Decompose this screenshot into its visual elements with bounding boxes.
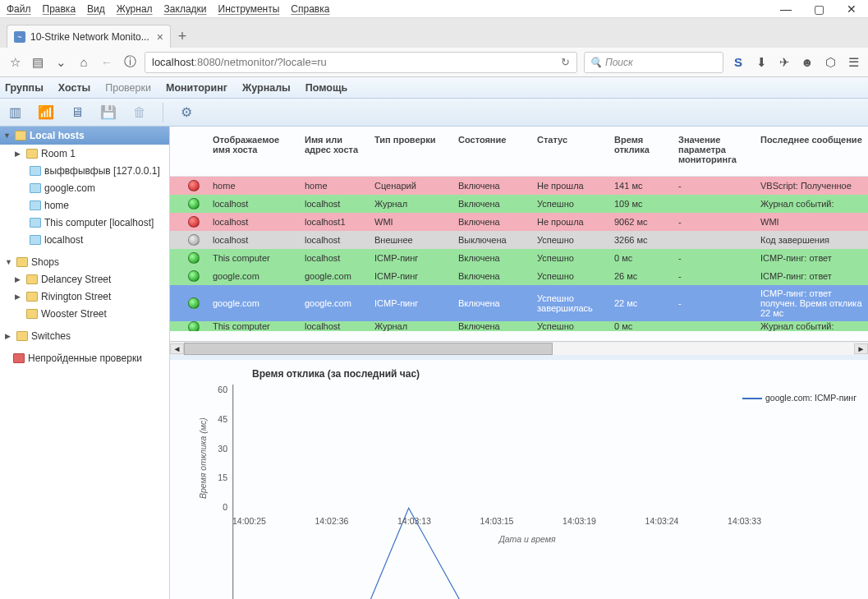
menu-history[interactable]: Журнал bbox=[117, 3, 153, 15]
toolbar-hosts-icon[interactable]: ▥ bbox=[5, 103, 25, 122]
menu-view[interactable]: Вид bbox=[87, 3, 105, 15]
toolbar-monitor-icon[interactable]: 🖥 bbox=[67, 103, 87, 122]
stylish-icon[interactable]: S bbox=[730, 55, 746, 69]
maximize-button[interactable]: ▢ bbox=[802, 0, 835, 18]
sidebar-host-item[interactable]: home bbox=[0, 196, 169, 214]
downloads-icon[interactable]: ⬇ bbox=[753, 55, 769, 70]
menu-bookmarks[interactable]: Закладки bbox=[164, 3, 207, 15]
app-menu-checks[interactable]: Проверки bbox=[105, 82, 151, 94]
menu-file[interactable]: Файл bbox=[7, 3, 31, 15]
cell-host: google.com bbox=[301, 271, 371, 281]
sidebar-host-item[interactable]: google.com bbox=[0, 179, 169, 196]
cell-host: localhost bbox=[301, 235, 371, 245]
grid-header[interactable]: Последнее сообщение bbox=[757, 135, 868, 164]
scroll-left-icon[interactable]: ◄ bbox=[170, 343, 184, 354]
cell-rt: 26 мс bbox=[611, 271, 675, 281]
sidebar-item-switches[interactable]: ▶ Switches bbox=[0, 327, 169, 344]
browser-tab[interactable]: ~ 10-Strike Network Monito... × bbox=[7, 25, 171, 48]
cell-val: - bbox=[675, 253, 757, 263]
app-menu-monitoring[interactable]: Мониторинг bbox=[166, 82, 227, 94]
grid-header[interactable]: Статус bbox=[534, 135, 611, 164]
back-icon[interactable]: ← bbox=[99, 55, 115, 69]
grid-header[interactable]: Состояние bbox=[455, 135, 534, 164]
url-path: :8080/netmonitor/?locale=ru bbox=[194, 56, 327, 68]
cell-type: Внешнее bbox=[371, 235, 455, 245]
app-menu-logs[interactable]: Журналы bbox=[242, 82, 291, 94]
cell-disp: localhost bbox=[209, 235, 301, 245]
hamburger-icon[interactable]: ☰ bbox=[845, 55, 861, 70]
cell-disp: google.com bbox=[209, 271, 301, 281]
app-menu-groups[interactable]: Группы bbox=[5, 82, 44, 94]
sidebar-group-local-hosts[interactable]: ▼ Local hosts bbox=[0, 127, 169, 145]
toolbar-add-device-icon[interactable]: 📶 bbox=[36, 103, 56, 122]
sidebar-host-item[interactable]: This computer [localhost] bbox=[0, 214, 169, 231]
table-row[interactable]: This computerlocalhostЖурналВключенаУспе… bbox=[170, 321, 868, 331]
reload-icon[interactable]: ↻ bbox=[561, 56, 570, 68]
sidebar-host-item[interactable]: выфвфывфыв [127.0.0.1] bbox=[0, 162, 169, 179]
cell-val: - bbox=[675, 271, 757, 281]
close-button[interactable]: ✕ bbox=[835, 0, 868, 18]
bookmark-star-icon[interactable]: ☆ bbox=[7, 55, 23, 70]
sidebar-item-failed-checks[interactable]: Непройденные проверки bbox=[0, 349, 169, 366]
sidebar-host-item[interactable]: localhost bbox=[0, 231, 169, 248]
menu-help[interactable]: Справка bbox=[291, 3, 329, 15]
sidebar-item-street[interactable]: ▶Delancey Street bbox=[0, 270, 169, 288]
url-input[interactable]: localhost:8080/netmonitor/?locale=ru ↻ bbox=[145, 52, 577, 73]
new-tab-button[interactable]: + bbox=[171, 25, 194, 48]
table-row[interactable]: google.comgoogle.comICMP-пингВключенаУсп… bbox=[170, 267, 868, 285]
table-row[interactable]: google.comgoogle.comICMP-пингВключенаУсп… bbox=[170, 285, 868, 321]
status-dot-icon bbox=[188, 321, 200, 331]
cell-disp: localhost bbox=[209, 217, 301, 227]
sidebar-item-street[interactable]: ▶Rivington Street bbox=[0, 288, 169, 305]
cell-disp: google.com bbox=[209, 298, 301, 308]
pocket-icon[interactable]: ⌄ bbox=[53, 55, 69, 70]
app-menu-help[interactable]: Помощь bbox=[305, 82, 347, 94]
cell-rt: 109 мс bbox=[611, 199, 675, 209]
scroll-track[interactable] bbox=[184, 343, 854, 355]
sidebar-icon[interactable]: ▤ bbox=[30, 55, 46, 70]
menu-tools[interactable]: Инструменты bbox=[218, 3, 280, 15]
table-row[interactable]: localhostlocalhostВнешнееВыключенаУспешн… bbox=[170, 231, 868, 249]
scroll-thumb[interactable] bbox=[184, 343, 553, 355]
cell-rt: 22 мс bbox=[611, 298, 675, 308]
minimize-button[interactable]: — bbox=[769, 0, 802, 18]
cell-disp: localhost bbox=[209, 199, 301, 209]
app-menu-hosts[interactable]: Хосты bbox=[58, 82, 90, 94]
tab-close-icon[interactable]: × bbox=[157, 30, 163, 44]
expand-icon: ▶ bbox=[15, 293, 23, 301]
addons-icon[interactable]: ⬡ bbox=[822, 55, 838, 70]
scroll-right-icon[interactable]: ► bbox=[854, 343, 868, 354]
table-row[interactable]: localhostlocalhost1WMIВключенаНе прошла9… bbox=[170, 213, 868, 231]
search-input[interactable]: 🔍 Поиск bbox=[584, 52, 723, 73]
grid-header[interactable]: Отображаемое имя хоста bbox=[209, 135, 301, 164]
chart-panel: Время отклика (за последний час) Время о… bbox=[170, 355, 868, 599]
cell-rt: 3266 мс bbox=[611, 235, 675, 245]
sidebar-item-street[interactable]: Wooster Street bbox=[0, 305, 169, 322]
toolbar-separator bbox=[163, 103, 163, 122]
cell-status: Успешно bbox=[534, 199, 611, 209]
toolbar-trash-icon: 🗑 bbox=[130, 103, 149, 122]
profile-icon[interactable]: ☻ bbox=[799, 55, 815, 69]
home-icon[interactable]: ⌂ bbox=[76, 55, 92, 69]
cell-rt: 9062 мс bbox=[611, 217, 675, 227]
grid-header[interactable]: Время отклика bbox=[611, 135, 675, 164]
grid-header[interactable]: Имя или адрес хоста bbox=[301, 135, 371, 164]
send-icon[interactable]: ✈ bbox=[776, 55, 792, 70]
sidebar-item-room1[interactable]: ▶ Room 1 bbox=[0, 145, 169, 162]
grid-header[interactable]: Тип проверки bbox=[371, 135, 455, 164]
sidebar-item-label: Rivington Street bbox=[41, 291, 111, 302]
folder-icon bbox=[26, 274, 38, 284]
horizontal-scrollbar[interactable]: ◄ ► bbox=[170, 341, 868, 355]
window-menubar: Файл Правка Вид Журнал Закладки Инструме… bbox=[0, 0, 868, 18]
sidebar-item-shops[interactable]: ▼ Shops bbox=[0, 253, 169, 270]
sidebar-item-label: This computer [localhost] bbox=[44, 217, 154, 228]
table-row[interactable]: This computerlocalhostICMP-пингВключенаУ… bbox=[170, 249, 868, 267]
info-icon[interactable]: ⓘ bbox=[122, 54, 138, 70]
table-row[interactable]: localhostlocalhostЖурналВключенаУспешно1… bbox=[170, 195, 868, 213]
cell-val: - bbox=[675, 298, 757, 308]
cell-state: Включена bbox=[455, 181, 534, 191]
grid-header[interactable]: Значение параметра мониторинга bbox=[675, 135, 757, 164]
toolbar-settings-icon[interactable]: ⚙ bbox=[177, 103, 196, 122]
table-row[interactable]: homehomeСценарийВключенаНе прошла141 мс-… bbox=[170, 177, 868, 195]
menu-edit[interactable]: Правка bbox=[43, 3, 76, 15]
